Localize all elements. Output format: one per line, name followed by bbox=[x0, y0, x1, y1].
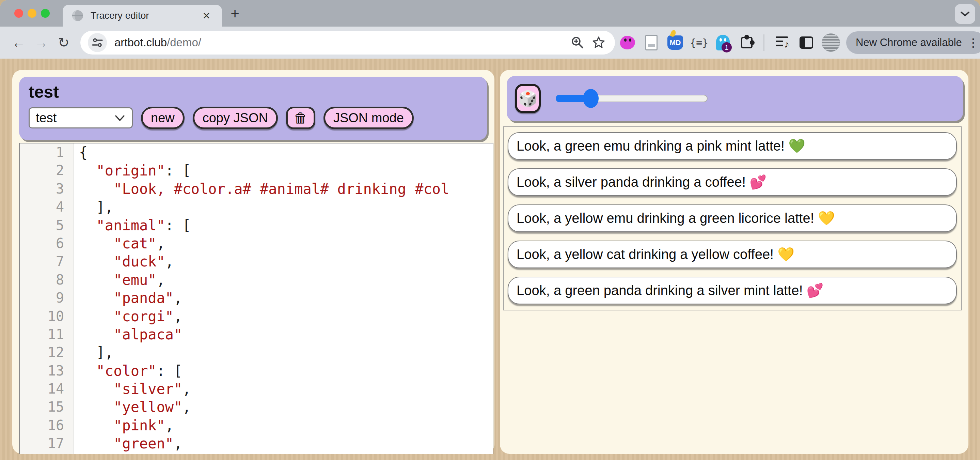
toolbar-separator bbox=[764, 34, 764, 51]
code-text: "duck", bbox=[74, 252, 493, 270]
code-text: "animal": [ bbox=[74, 216, 493, 235]
code-line: 3 "Look, #color.a# #animal# drinking #co… bbox=[20, 180, 493, 198]
url-path: /demo/ bbox=[167, 36, 201, 49]
markdown-md-icon: MD bbox=[667, 35, 683, 50]
code-text: "silver", bbox=[74, 380, 493, 398]
profile-avatar[interactable] bbox=[822, 34, 840, 52]
code-line: 7 "duck", bbox=[20, 252, 493, 270]
browser-toolbar: ← → ↻ artbot.club/demo/ bbox=[0, 27, 980, 59]
code-text: "color": [ bbox=[74, 362, 493, 380]
code-text: "corgi", bbox=[74, 307, 493, 326]
address-bar[interactable]: artbot.club/demo/ bbox=[80, 31, 615, 54]
output-card: 🎲 Look, a green emu drinking a pink mint… bbox=[500, 70, 969, 454]
site-settings-button[interactable] bbox=[88, 33, 107, 52]
zoom-window-button[interactable] bbox=[41, 9, 50, 18]
reroll-button[interactable]: 🎲 bbox=[515, 84, 541, 113]
output-row: Look, a green emu drinking a pink mint l… bbox=[508, 132, 957, 160]
code-text: "alpaca" bbox=[74, 326, 493, 343]
code-line: 13 "color": [ bbox=[20, 362, 493, 380]
code-line: 5 "animal": [ bbox=[20, 216, 493, 235]
json-mode-button[interactable]: JSON mode bbox=[323, 107, 414, 129]
grammar-controls: test new copy JSON 🗑 JSON mode bbox=[29, 107, 482, 129]
media-controls-button[interactable]: ♪ bbox=[771, 30, 794, 55]
code-line: 16 "pink", bbox=[20, 416, 493, 434]
grammar-select[interactable]: test bbox=[29, 107, 133, 128]
bookmark-star-button[interactable] bbox=[590, 34, 608, 51]
code-line: 10 "corgi", bbox=[20, 307, 493, 326]
extension-markdown-button[interactable]: MD bbox=[664, 30, 686, 55]
extension-document-button[interactable] bbox=[640, 30, 663, 55]
tab-strip: Tracery editor ✕ + bbox=[0, 0, 980, 27]
close-window-button[interactable] bbox=[14, 9, 23, 18]
line-number: 17 bbox=[20, 434, 74, 452]
line-number: 10 bbox=[20, 307, 74, 326]
tab-close-icon[interactable]: ✕ bbox=[200, 10, 213, 22]
output-count-slider[interactable] bbox=[556, 95, 708, 102]
reload-button[interactable]: ↻ bbox=[52, 31, 75, 54]
code-line: 11 "alpaca" bbox=[20, 326, 493, 343]
output-row: Look, a yellow cat drinking a yellow cof… bbox=[508, 241, 957, 268]
forward-button[interactable]: → bbox=[30, 31, 52, 54]
chrome-update-label: New Chrome available bbox=[856, 37, 962, 49]
line-number: 16 bbox=[20, 416, 74, 434]
page-content: test test new copy JSON 🗑 JSON mode 1{2 … bbox=[0, 59, 980, 460]
minimize-window-button[interactable] bbox=[28, 9, 37, 18]
copy-json-button[interactable]: copy JSON bbox=[193, 107, 278, 129]
code-line: 14 "silver", bbox=[20, 380, 493, 398]
line-number: 15 bbox=[20, 398, 74, 416]
line-number: 1 bbox=[20, 144, 74, 161]
pink-blob-icon bbox=[620, 36, 635, 50]
chrome-update-button[interactable]: New Chrome available ⋮ bbox=[846, 31, 980, 54]
side-panel-button[interactable] bbox=[795, 30, 818, 55]
line-number: 7 bbox=[20, 252, 74, 270]
document-icon bbox=[645, 35, 657, 50]
code-text: "green", bbox=[74, 434, 493, 452]
output-row: Look, a yellow emu drinking a green lico… bbox=[508, 204, 957, 232]
tab-title: Tracery editor bbox=[91, 10, 200, 21]
line-number: 3 bbox=[20, 180, 74, 198]
code-text: "Look, #color.a# #animal# drinking #col bbox=[74, 180, 493, 198]
code-line: 2 "origin": [ bbox=[20, 161, 493, 180]
delete-button[interactable]: 🗑 bbox=[286, 107, 315, 129]
extension-json-formatter-button[interactable]: {≡} bbox=[688, 30, 710, 55]
extension-ghost-button[interactable]: 1 bbox=[712, 30, 734, 55]
grammar-header-panel: test test new copy JSON 🗑 JSON mode bbox=[19, 77, 487, 140]
code-text: ], bbox=[74, 198, 493, 216]
code-line: 1{ bbox=[20, 144, 493, 161]
json-code-editor[interactable]: 1{2 "origin": [3 "Look, #color.a# #anima… bbox=[19, 143, 493, 454]
magnifier-plus-icon bbox=[571, 36, 584, 50]
extensions-menu-button[interactable] bbox=[735, 30, 758, 55]
new-button[interactable]: new bbox=[141, 107, 185, 129]
code-text: "pink", bbox=[74, 416, 493, 434]
json-braces-icon: {≡} bbox=[690, 37, 708, 49]
slider-thumb[interactable] bbox=[583, 89, 599, 108]
output-header-panel: 🎲 bbox=[507, 76, 963, 121]
chevron-down-icon bbox=[960, 11, 970, 18]
line-number: 14 bbox=[20, 380, 74, 398]
side-panel-icon bbox=[800, 37, 813, 49]
url-text[interactable]: artbot.club/demo/ bbox=[115, 36, 565, 49]
tab-search-button[interactable] bbox=[955, 4, 975, 24]
trash-icon: 🗑 bbox=[294, 110, 307, 126]
line-number: 4 bbox=[20, 198, 74, 216]
tab-tracery-editor[interactable]: Tracery editor ✕ bbox=[63, 5, 222, 27]
line-number: 13 bbox=[20, 362, 74, 380]
extension-pink-blob-button[interactable] bbox=[616, 30, 639, 55]
code-text: "yellow", bbox=[74, 398, 493, 416]
line-number: 12 bbox=[20, 343, 74, 361]
back-button[interactable]: ← bbox=[8, 31, 30, 54]
select-chevron-icon bbox=[114, 114, 126, 121]
zoom-page-button[interactable] bbox=[569, 34, 586, 51]
globe-favicon-icon bbox=[72, 10, 84, 22]
menu-kebab-icon[interactable]: ⋮ bbox=[967, 36, 979, 50]
star-icon bbox=[592, 36, 605, 50]
media-queue-icon: ♪ bbox=[776, 36, 789, 50]
code-text: "origin": [ bbox=[74, 161, 493, 180]
code-text: "panda", bbox=[74, 289, 493, 307]
output-row: Look, a green panda drinking a silver mi… bbox=[508, 277, 957, 304]
code-line: 4 ], bbox=[20, 198, 493, 216]
dice-icon: 🎲 bbox=[518, 89, 537, 108]
new-tab-button[interactable]: + bbox=[226, 5, 244, 23]
puzzle-piece-icon bbox=[741, 37, 752, 48]
grammar-editor-card: test test new copy JSON 🗑 JSON mode 1{2 … bbox=[12, 70, 495, 454]
